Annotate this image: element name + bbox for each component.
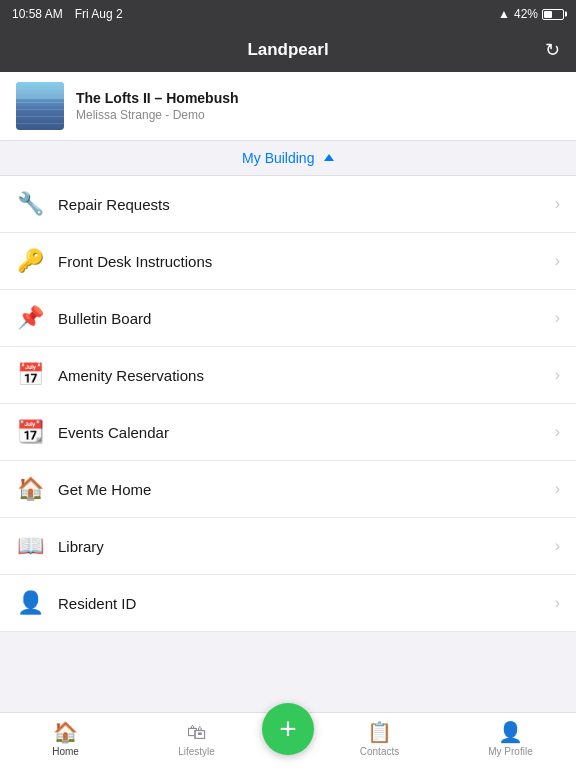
get-me-home-chevron: ›	[555, 480, 560, 498]
contacts-tab-label: Contacts	[360, 746, 399, 757]
bulletin-board-label: Bulletin Board	[58, 310, 555, 327]
fab-label: +	[279, 712, 297, 746]
menu-item-front-desk-instructions[interactable]: 🔑Front Desk Instructions›	[0, 233, 576, 290]
app-title: Landpearl	[247, 40, 328, 60]
resident-id-icon: 👤	[16, 589, 44, 617]
building-name: The Lofts II – Homebush	[76, 90, 239, 106]
front-desk-instructions-label: Front Desk Instructions	[58, 253, 555, 270]
my-building-label: My Building	[242, 150, 314, 166]
repair-requests-chevron: ›	[555, 195, 560, 213]
lifestyle-icon: 🛍	[187, 721, 207, 744]
repair-requests-icon: 🔧	[16, 190, 44, 218]
fab-button[interactable]: +	[262, 703, 314, 755]
app-header: Landpearl ↻	[0, 28, 576, 72]
repair-requests-label: Repair Requests	[58, 196, 555, 213]
menu-item-resident-id[interactable]: 👤Resident ID›	[0, 575, 576, 632]
events-calendar-icon: 📆	[16, 418, 44, 446]
events-calendar-chevron: ›	[555, 423, 560, 441]
time-display: 10:58 AM	[12, 7, 63, 21]
front-desk-instructions-chevron: ›	[555, 252, 560, 270]
tab-lifestyle[interactable]: 🛍 Lifestyle	[131, 721, 262, 757]
tab-contacts[interactable]: 📋 Contacts	[314, 720, 445, 757]
get-me-home-label: Get Me Home	[58, 481, 555, 498]
menu-item-events-calendar[interactable]: 📆Events Calendar›	[0, 404, 576, 461]
status-time: 10:58 AM Fri Aug 2	[12, 7, 123, 21]
profile-tab-label: My Profile	[488, 746, 532, 757]
building-thumbnail	[16, 82, 64, 130]
status-bar: 10:58 AM Fri Aug 2 ▲ 42%	[0, 0, 576, 28]
amenity-reservations-icon: 📅	[16, 361, 44, 389]
tab-home[interactable]: 🏠 Home	[0, 720, 131, 757]
get-me-home-icon: 🏠	[16, 475, 44, 503]
amenity-reservations-label: Amenity Reservations	[58, 367, 555, 384]
building-image	[16, 82, 64, 130]
menu-list: 🔧Repair Requests›🔑Front Desk Instruction…	[0, 176, 576, 632]
resident-id-label: Resident ID	[58, 595, 555, 612]
collapse-icon	[324, 154, 334, 161]
events-calendar-label: Events Calendar	[58, 424, 555, 441]
tab-bar: 🏠 Home 🛍 Lifestyle + 📋 Contacts 👤 My Pro…	[0, 712, 576, 768]
content-area	[0, 632, 576, 688]
date-display: Fri Aug 2	[75, 7, 123, 21]
bulletin-board-icon: 📌	[16, 304, 44, 332]
menu-item-amenity-reservations[interactable]: 📅Amenity Reservations›	[0, 347, 576, 404]
menu-item-library[interactable]: 📖Library›	[0, 518, 576, 575]
wifi-icon: ▲	[498, 7, 510, 21]
status-icons: ▲ 42%	[498, 7, 564, 21]
bulletin-board-chevron: ›	[555, 309, 560, 327]
refresh-button[interactable]: ↻	[545, 39, 560, 61]
contacts-icon: 📋	[367, 720, 392, 744]
home-icon: 🏠	[53, 720, 78, 744]
battery-text: 42%	[514, 7, 538, 21]
resident-id-chevron: ›	[555, 594, 560, 612]
library-icon: 📖	[16, 532, 44, 560]
building-card: The Lofts II – Homebush Melissa Strange …	[0, 72, 576, 141]
menu-item-bulletin-board[interactable]: 📌Bulletin Board›	[0, 290, 576, 347]
library-chevron: ›	[555, 537, 560, 555]
menu-item-repair-requests[interactable]: 🔧Repair Requests›	[0, 176, 576, 233]
profile-icon: 👤	[498, 720, 523, 744]
amenity-reservations-chevron: ›	[555, 366, 560, 384]
my-building-banner[interactable]: My Building	[0, 141, 576, 176]
home-tab-label: Home	[52, 746, 79, 757]
building-info: The Lofts II – Homebush Melissa Strange …	[76, 90, 239, 122]
library-label: Library	[58, 538, 555, 555]
building-user: Melissa Strange - Demo	[76, 108, 239, 122]
lifestyle-tab-label: Lifestyle	[178, 746, 215, 757]
menu-item-get-me-home[interactable]: 🏠Get Me Home›	[0, 461, 576, 518]
front-desk-instructions-icon: 🔑	[16, 247, 44, 275]
tab-my-profile[interactable]: 👤 My Profile	[445, 720, 576, 757]
battery-icon	[542, 9, 564, 20]
